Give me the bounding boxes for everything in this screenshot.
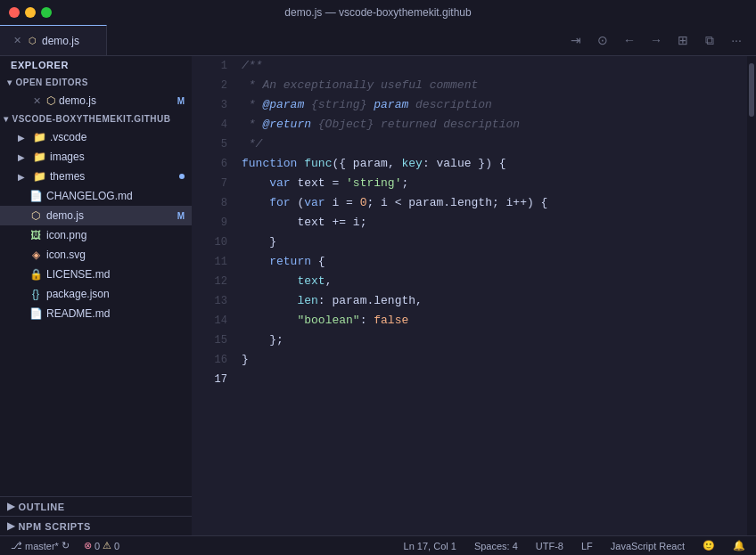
statusbar-left: ⎇ master* ↻ ⊗ 0 ⚠ 0: [7, 536, 123, 556]
token: :: [360, 311, 374, 331]
statusbar-right: Ln 17, Col 1 Spaces: 4 UTF-8 LF JavaScri…: [400, 536, 749, 556]
code-content[interactable]: /** * An exceptionally useful comment * …: [234, 56, 747, 535]
tab-label: demo.js: [42, 35, 79, 47]
token: text: [242, 272, 325, 291]
code-editor[interactable]: 1 2 3 4 5 6 7 8 9 10 11 12 13 14 15 16 1…: [192, 56, 756, 535]
line-number-15: 15: [192, 331, 227, 350]
explorer-root-header[interactable]: ▾ VSCODE-BOXYTHEMEKIT.GITHUB: [0, 110, 192, 127]
folder-chevron-icon: ▶: [18, 133, 29, 143]
tab-demo-js[interactable]: ✕ ⬡ demo.js: [0, 25, 107, 55]
folder-name: .vscode: [50, 131, 185, 143]
token: param: [366, 95, 408, 115]
split-icon[interactable]: ⧉: [697, 28, 722, 53]
line-number-10: 10: [192, 233, 227, 252]
navigate-forward-icon[interactable]: →: [644, 28, 669, 53]
tree-item-demo-js[interactable]: ⬡ demo.js M: [0, 206, 192, 225]
npm-scripts-section[interactable]: ▶ NPM SCRIPTS: [0, 516, 192, 535]
outline-section[interactable]: ▶ OUTLINE: [0, 496, 192, 516]
token: var: [269, 174, 290, 193]
line-number-17: 17: [192, 370, 227, 389]
md-file-icon: 📄: [29, 307, 43, 320]
minimize-button[interactable]: [25, 7, 36, 18]
token: value: [430, 154, 472, 174]
error-count: 0: [94, 541, 100, 551]
token: key: [402, 154, 423, 174]
spaces-item[interactable]: Spaces: 4: [471, 536, 522, 556]
code-line-6: function func({ param, key: value }) {: [242, 154, 747, 174]
navigate-back-icon[interactable]: ←: [617, 28, 642, 53]
token: (: [291, 193, 305, 213]
close-icon[interactable]: ✕: [30, 95, 43, 107]
code-line-7: var text = 'string';: [242, 174, 747, 193]
token: */: [242, 135, 262, 154]
tab-actions: ⇥ ⊙ ← → ⊞ ⧉ ···: [563, 25, 756, 55]
svg-file-icon: ◈: [29, 249, 43, 261]
token: {Object}: [311, 115, 374, 135]
md-file-icon: 📄: [29, 190, 43, 202]
png-file-icon: 🖼: [29, 229, 43, 241]
sidebar: EXPLORER ▾ OPEN EDITORS ✕ ⬡ demo.js M ▾ …: [0, 56, 192, 535]
language-item[interactable]: JavaScript React: [607, 536, 688, 556]
encoding-item[interactable]: UTF-8: [532, 536, 567, 556]
tree-item-changelog[interactable]: 📄 CHANGELOG.md: [0, 186, 192, 206]
scrollbar-thumb[interactable]: [749, 63, 754, 117]
eol-item[interactable]: LF: [578, 536, 596, 556]
folder-name: images: [50, 151, 185, 163]
toggle-references-icon[interactable]: ⊙: [590, 28, 615, 53]
token: ,: [388, 154, 395, 174]
token: =: [346, 193, 353, 213]
npm-scripts-label: NPM SCRIPTS: [19, 521, 91, 532]
sync-icon[interactable]: ↻: [62, 540, 70, 551]
more-icon[interactable]: ···: [724, 28, 749, 53]
token: len: [242, 291, 318, 311]
explorer-root-chevron: ▾: [4, 114, 9, 124]
git-branch-item[interactable]: ⎇ master* ↻: [7, 536, 73, 556]
scrollbar-track[interactable]: [747, 56, 756, 535]
token: [242, 174, 269, 193]
smiley-icon: 🙂: [703, 540, 715, 551]
file-name: package.json: [46, 288, 185, 300]
token: @return: [262, 115, 311, 135]
token: <: [395, 193, 402, 213]
language-label: JavaScript React: [611, 541, 685, 551]
open-editors-icon[interactable]: ⊞: [670, 28, 695, 53]
code-line-13: len: param.length,: [242, 291, 747, 311]
tree-item-icon-svg[interactable]: ◈ icon.svg: [0, 245, 192, 265]
line-number-6: 6: [192, 154, 227, 174]
open-editors-header[interactable]: ▾ OPEN EDITORS: [0, 74, 192, 91]
json-file-icon: {}: [29, 288, 43, 300]
outline-chevron-icon: ▶: [7, 501, 15, 512]
tree-item-readme[interactable]: 📄 README.md: [0, 304, 192, 323]
window-controls[interactable]: [9, 7, 52, 18]
open-editor-item-demo-js[interactable]: ✕ ⬡ demo.js M: [0, 91, 192, 110]
explorer-label: EXPLORER: [11, 60, 69, 70]
close-button[interactable]: [9, 7, 20, 18]
tab-close-icon[interactable]: ✕: [11, 35, 23, 47]
bell-icon: 🔔: [733, 540, 745, 551]
tree-item-vscode[interactable]: ▶ 📁 .vscode: [0, 127, 192, 147]
main-layout: EXPLORER ▾ OPEN EDITORS ✕ ⬡ demo.js M ▾ …: [0, 56, 756, 535]
split-editor-icon[interactable]: ⇥: [563, 28, 588, 53]
code-line-10: }: [242, 233, 747, 252]
window-title: demo.js — vscode-boxythemekit.github: [284, 6, 471, 19]
errors-item[interactable]: ⊗ 0 ⚠ 0: [80, 536, 123, 556]
maximize-button[interactable]: [41, 7, 52, 18]
token: : param.length,: [318, 291, 423, 311]
tree-item-themes[interactable]: ▶ 📁 themes: [0, 167, 192, 186]
tree-item-license[interactable]: 🔒 LICENSE.md: [0, 265, 192, 284]
tree-item-icon-png[interactable]: 🖼 icon.png: [0, 225, 192, 245]
code-line-12: text,: [242, 272, 747, 291]
token: 0: [360, 193, 367, 213]
smiley-item[interactable]: 🙂: [699, 536, 719, 556]
code-line-15: };: [242, 331, 747, 350]
token: returned description: [374, 115, 520, 135]
folder-icon: 📁: [32, 151, 46, 163]
bell-item[interactable]: 🔔: [729, 536, 749, 556]
file-name: demo.js: [46, 209, 174, 222]
file-name: CHANGELOG.md: [46, 190, 185, 202]
tree-item-package-json[interactable]: {} package.json: [0, 284, 192, 304]
token: function: [242, 154, 297, 174]
warning-count: 0: [114, 541, 119, 551]
cursor-position-item[interactable]: Ln 17, Col 1: [400, 536, 460, 556]
tree-item-images[interactable]: ▶ 📁 images: [0, 147, 192, 167]
